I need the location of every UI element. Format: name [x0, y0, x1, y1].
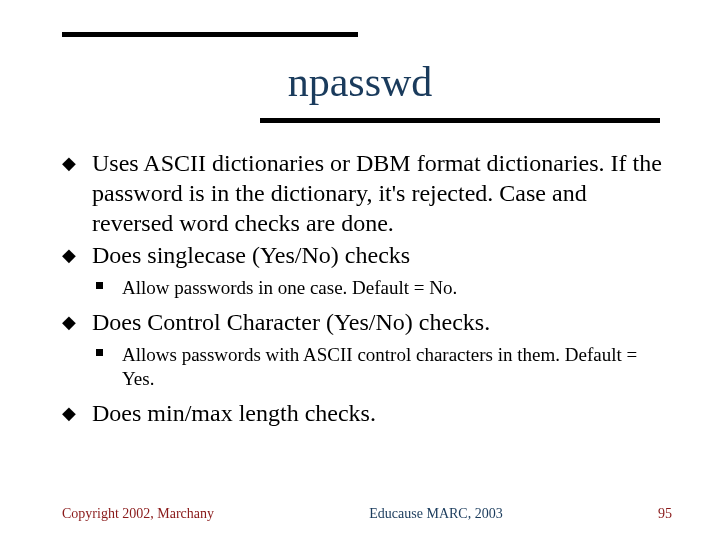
square-bullet-icon — [96, 282, 103, 289]
diamond-bullet-icon: ◆ — [62, 402, 76, 425]
bullet-item: ◆ Does singlecase (Yes/No) checks — [62, 240, 670, 270]
top-divider — [62, 32, 358, 37]
sub-bullet-text: Allows passwords with ASCII control char… — [122, 344, 637, 390]
sub-bullet-text: Allow passwords in one case. Default = N… — [122, 277, 457, 298]
slide-body: ◆ Uses ASCII dictionaries or DBM format … — [62, 148, 670, 430]
bullet-item: ◆ Does min/max length checks. — [62, 398, 670, 428]
bullet-item: ◆ Uses ASCII dictionaries or DBM format … — [62, 148, 670, 238]
diamond-bullet-icon: ◆ — [62, 244, 76, 267]
mid-divider — [260, 118, 660, 123]
slide-title: npasswd — [0, 58, 720, 106]
footer-center: Copyright 2002, Marchany — [62, 506, 214, 522]
diamond-bullet-icon: ◆ — [62, 311, 76, 334]
bullet-text: Does singlecase (Yes/No) checks — [92, 242, 410, 268]
diamond-bullet-icon: ◆ — [62, 152, 76, 175]
bullet-item: ◆ Does Control Character (Yes/No) checks… — [62, 307, 670, 337]
bullet-text: Does min/max length checks. — [92, 400, 376, 426]
bullet-text: Does Control Character (Yes/No) checks. — [92, 309, 490, 335]
footer-left: Educause MARC, 2003 — [369, 506, 502, 522]
sub-bullet-item: Allows passwords with ASCII control char… — [62, 343, 670, 392]
sub-bullet-item: Allow passwords in one case. Default = N… — [62, 276, 670, 301]
slide-footer: Copyright 2002, Marchany Educause MARC, … — [62, 506, 672, 522]
bullet-text: Uses ASCII dictionaries or DBM format di… — [92, 150, 662, 236]
square-bullet-icon — [96, 349, 103, 356]
slide-number: 95 — [658, 506, 672, 522]
